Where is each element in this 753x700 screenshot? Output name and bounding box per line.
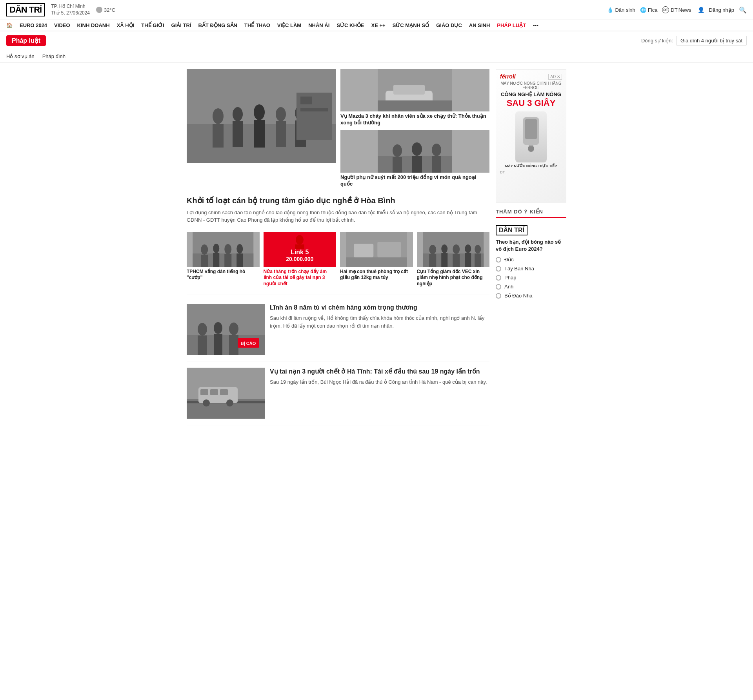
side-article-1-title[interactable]: Vụ Mazda 3 cháy khi nhân viên sửa xe chạ…	[340, 113, 489, 126]
list-article-1-image[interactable]: BỊ CÁO	[187, 304, 265, 355]
category-badge[interactable]: Pháp luật	[6, 35, 46, 46]
ad-product-svg	[519, 115, 543, 159]
right-sidebar: férroli AD ✕ MÁY NƯỚC NÓNG CHÍNH HÃNG FE…	[496, 69, 566, 432]
ad-dt-label: DT	[500, 170, 562, 174]
nav-item-giaoduc[interactable]: GIÁO DỤC	[436, 22, 462, 28]
site-logo[interactable]: DÂN TRÍ	[6, 3, 45, 16]
list-article-1-svg: BỊ CÁO	[187, 304, 265, 355]
small-article-4-image[interactable]	[417, 232, 490, 267]
svg-rect-26	[412, 156, 422, 173]
poll-option-5-label: Bồ Đào Nha	[504, 293, 533, 299]
poll-radio-4[interactable]	[496, 284, 501, 290]
list-article-2-image[interactable]	[187, 368, 265, 419]
poll-options: Đức Tây Ban Nha Pháp Anh	[496, 257, 566, 299]
nav-item-kinhdoanh[interactable]: KINH DOANH	[77, 22, 110, 28]
content-left: Vụ Mazda 3 cháy khi nhân viên sửa xe chạ…	[187, 69, 489, 432]
poll-logo: DÂN TRÍ	[496, 225, 527, 235]
small-article-1-svg	[187, 232, 260, 267]
nav-more-button[interactable]: •••	[533, 22, 538, 28]
poll-radio-3[interactable]	[496, 275, 501, 281]
list-article-2: Vụ tai nạn 3 người chết ở Hà Tĩnh: Tài x…	[187, 368, 489, 425]
nav-home[interactable]: 🏠	[6, 22, 13, 28]
side-article-2-title[interactable]: Người phụ nữ suýt mất 200 triệu đồng vì …	[340, 174, 489, 188]
nav-item-sucmanhso[interactable]: SỨC MẠNH SỐ	[393, 22, 429, 28]
list-article-2-title[interactable]: Vụ tai nạn 3 người chết ở Hà Tĩnh: Tài x…	[270, 368, 489, 376]
sub-nav-phap-dinh[interactable]: Pháp đình	[42, 53, 65, 59]
featured-article-image[interactable]	[187, 69, 336, 163]
poll-option-1[interactable]: Đức	[496, 257, 566, 262]
svg-point-74	[203, 399, 210, 407]
site-header: DÂN TRÍ TP. Hồ Chí Minh Thứ 5, 27/06/202…	[0, 0, 753, 20]
side-article-1-image[interactable]	[340, 69, 489, 111]
small-article-3: Hai mẹ con thuê phòng trọ cất giấu gần 1…	[340, 232, 413, 287]
svg-rect-72	[210, 389, 218, 395]
svg-point-37	[236, 244, 243, 253]
poll-option-3[interactable]: Pháp	[496, 275, 566, 281]
poll-option-2[interactable]: Tây Ban Nha	[496, 266, 566, 272]
search-icon[interactable]: 🔍	[739, 6, 747, 14]
header-right: 👤 Đăng nhập 🔍	[698, 6, 747, 14]
fica-link[interactable]: 🌐 Fica	[640, 7, 658, 13]
poll-content: DÂN TRÍ Theo bạn, đội bóng nào sẽ vô địc…	[496, 222, 566, 299]
sub-nav-ho-so-vu-an[interactable]: Hồ sơ vụ án	[6, 53, 35, 59]
svg-rect-17	[393, 85, 425, 95]
featured-image-svg	[187, 69, 336, 163]
cloud-icon	[96, 7, 102, 13]
svg-point-55	[475, 245, 481, 253]
poll-question: Theo bạn, đội bóng nào sẽ vô địch Euro 2…	[496, 239, 566, 253]
nav-item-xe[interactable]: XE ++	[371, 22, 386, 28]
svg-point-27	[432, 144, 441, 156]
poll-radio-2[interactable]	[496, 266, 501, 272]
nav-item-euro[interactable]: EURO 2024	[20, 22, 47, 28]
nav-item-batdongsan[interactable]: BẤT ĐỘNG SẢN	[198, 22, 237, 28]
dt-icon: DT	[662, 6, 669, 13]
svg-rect-54	[465, 253, 471, 267]
ad-content: férroli AD ✕ MÁY NƯỚC NÓNG CHÍNH HÃNG FE…	[496, 69, 566, 202]
small-article-1-image[interactable]	[187, 232, 260, 267]
ad-product-image	[515, 111, 547, 162]
nav-item-thethao[interactable]: THỂ THAO	[244, 22, 270, 28]
svg-point-61	[214, 322, 222, 334]
small-article-3-title[interactable]: Hai mẹ con thuê phòng trọ cất giấu gần 1…	[340, 269, 413, 281]
location-info: TP. Hồ Chí Minh Thứ 5, 27/06/2024	[51, 3, 90, 16]
svg-point-78	[528, 146, 534, 152]
link5-label: Link 5	[291, 249, 309, 256]
nav-item-thegioi[interactable]: THẾ GIỚI	[141, 22, 164, 28]
list-article-1-title[interactable]: Lĩnh án 8 năm tù vì chém hàng xóm trọng …	[270, 304, 489, 312]
svg-rect-9	[276, 121, 286, 147]
small-articles-row: TPHCM vắng dân tiếng hô "cướp" Link 5 20…	[187, 232, 489, 287]
ad-close-icon[interactable]: AD ✕	[548, 74, 562, 80]
small-article-1-title[interactable]: TPHCM vắng dân tiếng hô "cướp"	[187, 269, 260, 281]
nav-item-xahoi[interactable]: XÃ HỘI	[117, 22, 135, 28]
poll-option-4[interactable]: Anh	[496, 284, 566, 290]
poll-radio-5[interactable]	[496, 293, 501, 299]
small-article-4-title[interactable]: Cựu Tổng giám đốc VEC xin giảm nhẹ hình …	[417, 269, 490, 287]
featured-article-title[interactable]: Khởi tố loạt cán bộ trung tâm giáo dục n…	[187, 195, 489, 206]
side-article-1: Vụ Mazda 3 cháy khi nhân viên sửa xe chạ…	[340, 69, 489, 126]
nav-item-ansinh[interactable]: AN SINH	[469, 22, 490, 28]
poll-option-5[interactable]: Bồ Đào Nha	[496, 293, 566, 299]
nav-item-vieclam[interactable]: VIỆC LÀM	[277, 22, 301, 28]
home-icon: 🏠	[6, 22, 13, 28]
svg-rect-60	[198, 335, 207, 355]
nav-item-nhanai[interactable]: NHÂN ÁI	[308, 22, 329, 28]
nav-item-phapluat[interactable]: PHÁP LUẬT	[497, 22, 526, 28]
nav-item-video[interactable]: VIDEO	[54, 22, 70, 28]
poll-radio-1[interactable]	[496, 257, 501, 262]
svg-rect-50	[441, 253, 447, 267]
dan-sinh-link[interactable]: 💧 Dân sinh	[607, 7, 635, 13]
small-article-3-image[interactable]	[340, 232, 413, 267]
ad-direct-label: MÁY NƯỚC NÓNG TRỰC TIẾP	[505, 164, 557, 168]
dong-su-kien: Dòng sự kiện: Gia đình 4 người bị truy s…	[641, 36, 747, 46]
svg-rect-42	[354, 244, 373, 257]
small-article-2-title[interactable]: Nửa tháng trốn chạy đẩy ám ảnh của tài x…	[264, 269, 336, 287]
poll-option-1-label: Đức	[504, 257, 514, 262]
advertisement-box[interactable]: férroli AD ✕ MÁY NƯỚC NÓNG CHÍNH HÃNG FE…	[496, 69, 566, 202]
nav-item-suckhoe[interactable]: SỨC KHỎE	[336, 22, 364, 28]
login-button[interactable]: Đăng nhập	[709, 7, 734, 13]
link5-image-box[interactable]: Link 5 20.000.000	[264, 232, 336, 267]
side-article-2-image[interactable]	[340, 130, 489, 173]
nav-item-giairi[interactable]: GIẢI TRÍ	[171, 22, 191, 28]
svg-point-51	[453, 244, 460, 254]
dtinews-link[interactable]: DT DTiNews	[662, 6, 691, 13]
